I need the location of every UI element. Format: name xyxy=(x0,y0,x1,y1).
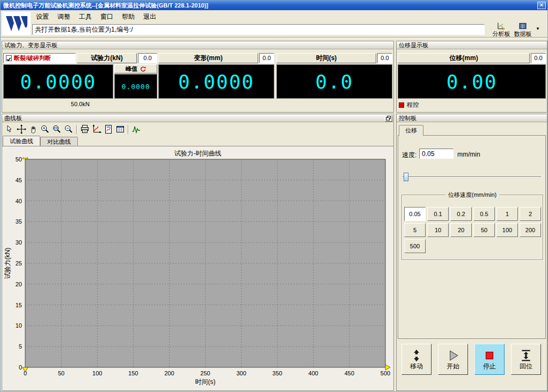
displacement-panel-body: 位移(mm) 0.0 0.00 程控 xyxy=(397,50,547,112)
menu-item[interactable]: 帮助 xyxy=(118,11,139,22)
move-button[interactable]: 移动 xyxy=(401,344,432,375)
displacement-display-panel: 位移显示板 位移(mm) 0.0 0.00 程控 xyxy=(396,41,547,113)
start-play-icon xyxy=(447,349,459,362)
speed-option-button[interactable]: 500 xyxy=(404,239,426,253)
curve-panel: 曲线板 试验曲线对比曲线 试验力-时间曲线 050100150200250300… xyxy=(2,114,394,391)
data-panel-button[interactable]: 数据板 xyxy=(512,22,534,37)
print-icon[interactable] xyxy=(79,124,91,135)
displacement-display: 0.00 xyxy=(398,64,546,99)
speed-option-button[interactable]: 0.1 xyxy=(427,207,449,221)
window-title: 微机控制电子万能试验机测控系统--[金属材料室温拉伸试验(GB/T 228.1-… xyxy=(3,2,208,9)
speed-option-button[interactable]: 0.05 xyxy=(404,207,426,221)
tab-displacement[interactable]: 位移 xyxy=(399,125,423,136)
displacement-aux-value: 0.0 xyxy=(531,53,546,63)
info-field[interactable]: 共打开数据1条,当前位置为1,编号:/ xyxy=(32,24,485,35)
analysis-icon xyxy=(491,22,512,31)
curve-tab[interactable]: 试验曲线 xyxy=(3,136,40,146)
menu-item[interactable]: 工具 xyxy=(75,11,96,22)
y-tick-label: 20 xyxy=(16,281,22,287)
control-panel: 控制板 位移 速度: mm/min 位移速度(mm/min) 0.050.10.… xyxy=(396,114,547,391)
menu-item[interactable]: 退出 xyxy=(139,11,160,22)
report-icon[interactable] xyxy=(103,124,114,135)
y-tick-label: 10 xyxy=(16,322,22,329)
speed-grid: 位移速度(mm/min) 0.050.10.20.512510205010020… xyxy=(401,195,543,260)
speed-input[interactable] xyxy=(419,149,454,159)
return-home-icon xyxy=(520,349,532,362)
y-tick-label: 45 xyxy=(16,177,22,183)
x-tick-label: 100 xyxy=(92,370,102,376)
speed-option-button[interactable]: 2 xyxy=(520,207,541,221)
toolbar-separator xyxy=(76,125,77,134)
speed-option-button[interactable]: 0.5 xyxy=(473,207,495,221)
time-header: 时间(s) xyxy=(276,53,376,63)
curve-toolbar xyxy=(2,123,393,136)
curve-panel-caption: 曲线板 xyxy=(2,114,393,122)
restore-icon xyxy=(386,116,391,121)
speed-option-button[interactable]: 200 xyxy=(520,223,541,237)
toolbar-separator xyxy=(128,125,129,134)
stop-label: 停止 xyxy=(483,363,496,370)
close-button[interactable]: × xyxy=(537,2,546,9)
pan-hand-icon[interactable] xyxy=(27,124,39,135)
speed-option-button[interactable]: 50 xyxy=(473,223,495,237)
speed-option-button[interactable]: 5 xyxy=(404,223,426,237)
data-board-icon xyxy=(512,22,534,31)
move-updown-icon xyxy=(410,349,423,362)
app-logo xyxy=(2,12,31,35)
y-tick-label: 30 xyxy=(16,239,22,246)
start-button[interactable]: 开始 xyxy=(438,344,468,375)
zoom-window-icon[interactable] xyxy=(51,124,63,135)
time-display: 0.0 xyxy=(276,64,392,99)
data-grid-icon[interactable] xyxy=(114,124,126,135)
x-tick-label: 350 xyxy=(273,370,282,376)
analysis-panel-button[interactable]: 分析板 xyxy=(491,22,512,37)
menu-bar: 设置调整工具窗口帮助退出 xyxy=(32,11,160,22)
toolbar-dropdown-caret-icon[interactable]: ▼ xyxy=(536,26,540,31)
speed-option-button[interactable]: 20 xyxy=(450,223,472,237)
x-axis-label: 时间(s) xyxy=(195,378,216,386)
start-label: 开始 xyxy=(447,363,459,370)
crosshair-icon[interactable] xyxy=(16,124,27,135)
break-detect-checkbox[interactable]: 断裂/破碎判断 xyxy=(3,53,76,63)
stop-button[interactable]: 停止 xyxy=(474,344,505,375)
speed-option-button[interactable]: 0.2 xyxy=(450,207,472,221)
speed-option-button[interactable]: 1 xyxy=(496,207,518,221)
y-axis-label: 试验力(kN) xyxy=(4,248,11,279)
zoom-in-icon[interactable] xyxy=(39,124,51,135)
deform-header: 变形(mm) xyxy=(158,53,258,63)
titlebar: 微机控制电子万能试验机测控系统--[金属材料室温拉伸试验(GB/T 228.1-… xyxy=(1,1,547,10)
menu-item[interactable]: 窗口 xyxy=(96,11,118,22)
peak-display: 0.0000 xyxy=(114,74,157,99)
return-button[interactable]: 回位 xyxy=(511,344,541,375)
menu-item[interactable]: 调整 xyxy=(53,11,75,22)
slider-thumb[interactable] xyxy=(404,173,408,181)
y-tick-label: 40 xyxy=(16,198,22,204)
y-tick-label: 5 xyxy=(19,343,22,350)
y-tick-label: 0 xyxy=(19,364,22,371)
x-axis-end-cursor[interactable] xyxy=(385,365,390,370)
speed-slider[interactable] xyxy=(403,176,541,177)
displacement-panel-caption: 位移显示板 xyxy=(397,41,547,49)
speed-option-button[interactable]: 100 xyxy=(496,223,518,237)
time-aux-value: 0.0 xyxy=(377,53,392,63)
zoom-out-icon[interactable] xyxy=(63,124,75,135)
x-tick-label: 250 xyxy=(200,370,210,376)
checkbox-check-icon xyxy=(6,55,12,61)
curve-tab[interactable]: 对比曲线 xyxy=(40,137,78,146)
restore-panel-button[interactable] xyxy=(385,115,392,122)
curve-view-icon[interactable] xyxy=(91,124,103,135)
peak-reset-icon[interactable] xyxy=(140,66,146,72)
y-tick-label: 50 xyxy=(16,157,22,162)
y-axis-top-cursor[interactable] xyxy=(23,157,28,159)
signal-icon[interactable] xyxy=(130,124,142,135)
stop-square-icon xyxy=(483,349,496,362)
deform-display: 0.0000 xyxy=(158,64,274,99)
menu-item[interactable]: 设置 xyxy=(32,11,53,22)
select-cursor-icon[interactable] xyxy=(4,124,16,135)
top-chrome: 设置调整工具窗口帮助退出 共打开数据1条,当前位置为1,编号:/ 分析板 数 xyxy=(1,10,547,37)
curve-tabs: 试验曲线对比曲线 xyxy=(3,136,78,146)
chart-plot[interactable]: 0501001502002503003504004505000510152025… xyxy=(2,157,393,390)
speed-option-button[interactable]: 10 xyxy=(427,223,449,237)
chart-area: 试验力-时间曲线 0501001502002503003504004505000… xyxy=(2,146,393,390)
force-range-label: 50.0kN xyxy=(3,101,157,107)
